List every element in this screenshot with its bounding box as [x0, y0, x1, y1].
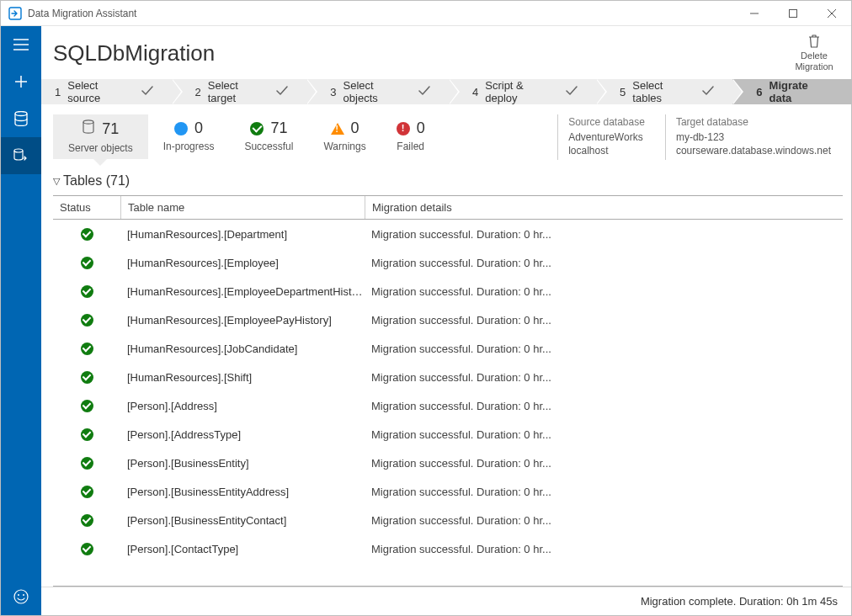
stat-successful-label: Successful: [244, 141, 293, 152]
chevron-down-icon: ▽: [53, 176, 60, 187]
table-name-cell: [Person].[AddressType]: [120, 428, 365, 441]
step-migrate-data[interactable]: 6Migrate data: [732, 79, 851, 104]
table-name-cell: [Person].[BusinessEntityAddress]: [120, 486, 365, 498]
add-button[interactable]: [1, 63, 41, 100]
tables-section-toggle[interactable]: ▽ Tables (71): [41, 170, 851, 192]
status-success-icon: [81, 400, 93, 412]
migration-details-cell: Migration successful. Duration: 0 hr...: [365, 457, 843, 470]
migration-details-cell: Migration successful. Duration: 0 hr...: [365, 285, 843, 298]
migration-details-cell: Migration successful. Duration: 0 hr...: [365, 514, 843, 527]
step-number: 6: [756, 86, 762, 98]
stat-server-objects-label: Server objects: [68, 142, 133, 154]
status-success-icon: [81, 343, 93, 355]
svg-point-15: [83, 120, 93, 124]
table-row[interactable]: [HumanResources].[Shift]Migration succes…: [53, 363, 843, 391]
table-row[interactable]: [Person].[BusinessEntity]Migration succe…: [53, 449, 843, 477]
step-select-source[interactable]: 1Select source: [41, 79, 172, 104]
migration-details-cell: Migration successful. Duration: 0 hr...: [365, 400, 843, 412]
table-row[interactable]: [Person].[ContactType]Migration successf…: [53, 534, 843, 563]
step-label: Select objects: [343, 79, 410, 104]
target-db-heading: Target database: [676, 116, 831, 128]
table-row[interactable]: [HumanResources].[JobCandidate]Migration…: [53, 334, 843, 363]
tables-section-title: Tables (71): [63, 173, 130, 189]
target-db-host: courseware.database.windows.net: [676, 145, 831, 157]
stat-failed-value: 0: [417, 119, 425, 137]
grid-body[interactable]: [HumanResources].[Department]Migration s…: [53, 220, 843, 586]
stat-failed-label: Failed: [397, 141, 424, 152]
status-success-icon: [81, 543, 93, 555]
table-row[interactable]: [HumanResources].[EmployeePayHistory]Mig…: [53, 305, 843, 334]
step-label: Select source: [67, 79, 132, 104]
col-status[interactable]: Status: [53, 201, 120, 214]
migration-details-cell: Migration successful. Duration: 0 hr...: [365, 343, 843, 355]
app-icon: [8, 6, 23, 21]
feedback-button[interactable]: [1, 578, 41, 615]
database-button[interactable]: [1, 100, 41, 137]
stat-successful-value: 71: [270, 119, 287, 137]
maximize-button[interactable]: [774, 1, 812, 26]
source-database-info: Source database AdventureWorks localhost: [557, 114, 645, 160]
check-icon: [141, 86, 153, 98]
table-name-cell: [Person].[BusinessEntityContact]: [120, 514, 365, 527]
col-table[interactable]: Table name: [120, 196, 365, 219]
close-button[interactable]: [812, 1, 851, 26]
target-database-info: Target database my-db-123 courseware.dat…: [665, 114, 831, 160]
status-success-icon: [81, 457, 93, 470]
step-number: 3: [330, 86, 336, 98]
left-sidebar: [1, 26, 41, 615]
status-success-icon: [81, 257, 93, 269]
stat-warnings[interactable]: 0 Warnings: [308, 114, 381, 157]
table-name-cell: [Person].[Address]: [120, 400, 365, 412]
step-label: Migrate data: [769, 79, 833, 104]
table-name-cell: [HumanResources].[Department]: [120, 228, 365, 241]
hamburger-menu-button[interactable]: [1, 26, 41, 63]
progress-icon: [174, 122, 188, 135]
source-db-host: localhost: [568, 145, 645, 157]
step-number: 2: [195, 86, 201, 98]
status-success-icon: [81, 285, 93, 298]
status-success-icon: [81, 514, 93, 527]
table-row[interactable]: [Person].[BusinessEntityContact]Migratio…: [53, 506, 843, 534]
table-row[interactable]: [HumanResources].[Employee]Migration suc…: [53, 248, 843, 277]
table-row[interactable]: [HumanResources].[EmployeeDepartmentHist…: [53, 277, 843, 305]
table-name-cell: [HumanResources].[JobCandidate]: [120, 343, 365, 355]
step-number: 1: [55, 86, 61, 98]
source-db-name: AdventureWorks: [568, 131, 645, 143]
step-script-deploy[interactable]: 4Script & deploy: [449, 79, 596, 104]
migration-status-text: Migration complete. Duration: 0h 1m 45s: [641, 595, 838, 608]
stat-warnings-value: 0: [351, 119, 359, 137]
step-label: Select target: [208, 79, 269, 104]
status-success-icon: [81, 371, 93, 384]
table-name-cell: [HumanResources].[EmployeePayHistory]: [120, 314, 365, 327]
status-bar: Migration complete. Duration: 0h 1m 45s: [41, 587, 851, 615]
stat-failed[interactable]: 0 Failed: [381, 114, 440, 157]
delete-migration-button[interactable]: Delete Migration: [789, 35, 839, 72]
migration-details-cell: Migration successful. Duration: 0 hr...: [365, 228, 843, 241]
col-details[interactable]: Migration details: [365, 196, 843, 219]
migration-details-cell: Migration successful. Duration: 0 hr...: [365, 371, 843, 384]
table-name-cell: [HumanResources].[Employee]: [120, 257, 365, 269]
step-select-objects[interactable]: 3Select objects: [306, 79, 449, 104]
table-row[interactable]: [Person].[Address]Migration successful. …: [53, 391, 843, 420]
svg-rect-2: [790, 9, 797, 17]
stat-server-objects[interactable]: 71 Server objects: [53, 114, 148, 159]
table-row[interactable]: [HumanResources].[Department]Migration s…: [53, 220, 843, 248]
stat-in-progress-label: In-progress: [163, 141, 215, 152]
step-number: 5: [620, 86, 626, 98]
migration-details-cell: Migration successful. Duration: 0 hr...: [365, 486, 843, 498]
stat-in-progress-value: 0: [194, 119, 203, 137]
migration-button[interactable]: [1, 137, 41, 174]
table-name-cell: [Person].[BusinessEntity]: [120, 457, 365, 470]
step-select-tables[interactable]: 5Select tables: [596, 79, 732, 104]
table-row[interactable]: [Person].[BusinessEntityAddress]Migratio…: [53, 477, 843, 506]
minimize-button[interactable]: [735, 1, 774, 26]
stat-in-progress[interactable]: 0 In-progress: [148, 114, 230, 157]
check-icon: [276, 86, 288, 98]
table-row[interactable]: [Person].[AddressType]Migration successf…: [53, 420, 843, 449]
step-select-target[interactable]: 2Select target: [172, 79, 307, 104]
step-label: Select tables: [632, 79, 694, 104]
success-icon: [250, 122, 264, 135]
migration-details-cell: Migration successful. Duration: 0 hr...: [365, 314, 843, 327]
tables-grid: Status Table name Migration details [Hum…: [53, 195, 843, 587]
stat-successful[interactable]: 71 Successful: [229, 114, 308, 157]
